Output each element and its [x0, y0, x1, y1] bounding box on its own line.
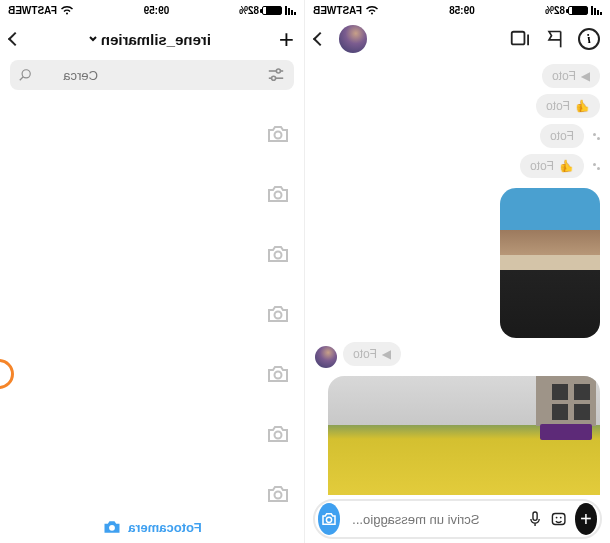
chat-panel: 82% 09:58 FASTWEB i ▶Foto 👍Foto Foto 👍Fo… — [305, 0, 610, 543]
message-composer: + — [313, 499, 602, 539]
received-photo[interactable] — [328, 376, 600, 495]
photo-pill[interactable]: ▶Foto — [343, 342, 401, 366]
battery-icon — [568, 6, 588, 15]
list-item[interactable] — [0, 284, 304, 344]
camera-icon — [102, 517, 122, 537]
svg-point-18 — [275, 372, 282, 379]
received-photo[interactable] — [500, 188, 600, 338]
loading-icon — [588, 133, 600, 145]
flag-icon[interactable] — [544, 29, 564, 49]
username-dropdown[interactable]: irene_silmarien — [28, 31, 271, 48]
inbox-header: + irene_silmarien — [0, 18, 304, 60]
photo-pill[interactable]: Foto — [540, 124, 584, 148]
chevron-right-icon[interactable] — [8, 32, 22, 46]
battery-icon — [262, 6, 282, 15]
status-bar: 82% 09:58 FASTWEB — [305, 0, 610, 18]
search-icon — [18, 68, 32, 82]
camera-icon[interactable] — [266, 422, 290, 446]
svg-point-12 — [22, 70, 30, 78]
camera-icon[interactable] — [266, 362, 290, 386]
info-icon[interactable]: i — [578, 28, 600, 50]
photo-pill[interactable]: 👍Foto — [536, 94, 600, 118]
chevron-down-icon — [88, 34, 98, 44]
chat-header: i — [305, 18, 610, 60]
list-item[interactable] — [0, 344, 304, 404]
chat-messages: ▶Foto 👍Foto Foto 👍Foto ▶Foto — [305, 60, 610, 495]
status-bar: 82% 09:59 FASTWEB — [0, 0, 304, 18]
svg-point-7 — [326, 517, 331, 522]
plus-button[interactable]: + — [575, 503, 597, 535]
svg-point-16 — [275, 252, 282, 259]
camera-icon[interactable] — [266, 482, 290, 506]
svg-point-9 — [276, 69, 280, 73]
loading-icon — [588, 163, 600, 175]
list-item[interactable] — [0, 164, 304, 224]
gallery-icon[interactable] — [550, 507, 567, 531]
svg-point-17 — [275, 312, 282, 319]
svg-point-21 — [109, 525, 115, 531]
multi-square-icon[interactable] — [508, 29, 530, 49]
svg-point-19 — [275, 432, 282, 439]
avatar — [315, 346, 337, 368]
photo-pill[interactable]: ▶Foto — [542, 64, 600, 88]
battery-percent: 82% — [545, 5, 565, 16]
camera-button[interactable] — [318, 503, 340, 535]
clock: 09:59 — [144, 5, 170, 16]
mic-icon[interactable] — [528, 507, 542, 531]
svg-point-20 — [275, 492, 282, 499]
svg-point-14 — [275, 132, 282, 139]
wifi-icon — [365, 5, 379, 15]
chevron-right-icon[interactable] — [313, 32, 327, 46]
filter-icon[interactable] — [266, 67, 286, 83]
camera-icon[interactable] — [266, 302, 290, 326]
conversation-list — [0, 104, 304, 507]
search-bar[interactable] — [10, 60, 294, 90]
battery-percent: 82% — [239, 5, 259, 16]
svg-rect-6 — [533, 512, 537, 520]
svg-rect-1 — [512, 32, 525, 45]
signal-icon — [285, 6, 296, 15]
list-item[interactable] — [0, 404, 304, 464]
wifi-icon — [60, 5, 74, 15]
photo-pill[interactable]: 👍Foto — [520, 154, 584, 178]
avatar[interactable] — [339, 25, 367, 53]
svg-line-13 — [20, 77, 24, 81]
signal-icon — [591, 6, 602, 15]
svg-point-15 — [275, 192, 282, 199]
svg-point-5 — [555, 517, 557, 519]
search-input[interactable] — [38, 68, 98, 83]
camera-icon[interactable] — [266, 122, 290, 146]
carrier-label: FASTWEB — [313, 5, 362, 16]
camera-icon[interactable] — [266, 242, 290, 266]
list-item[interactable] — [0, 464, 304, 524]
camera-footer-button[interactable]: Fotocamera — [0, 517, 304, 537]
svg-point-4 — [560, 517, 562, 519]
inbox-panel: 82% 09:59 FASTWEB + irene_silmarien — [0, 0, 305, 543]
svg-point-11 — [272, 76, 276, 80]
list-item[interactable] — [0, 224, 304, 284]
story-ring[interactable] — [0, 359, 14, 389]
camera-icon[interactable] — [266, 182, 290, 206]
list-item[interactable] — [0, 104, 304, 164]
carrier-label: FASTWEB — [8, 5, 57, 16]
message-input[interactable] — [348, 512, 520, 527]
clock: 09:58 — [449, 5, 475, 16]
compose-button[interactable]: + — [279, 24, 294, 55]
